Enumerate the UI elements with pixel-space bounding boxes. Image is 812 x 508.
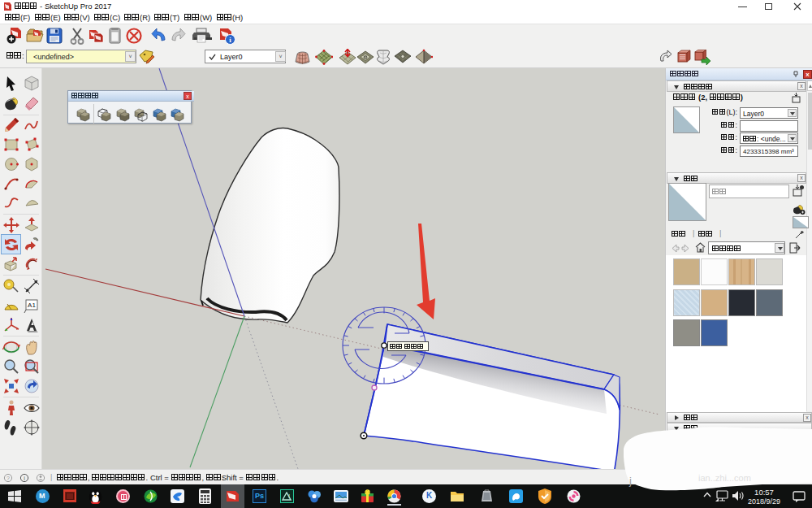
svg-text:j: j	[628, 475, 632, 487]
svg-text:i: i	[24, 475, 25, 481]
svg-text:?: ?	[6, 475, 10, 481]
svg-text:ian..zhi...com: ian..zhi...com	[698, 473, 751, 483]
svg-text:A1: A1	[28, 302, 36, 309]
